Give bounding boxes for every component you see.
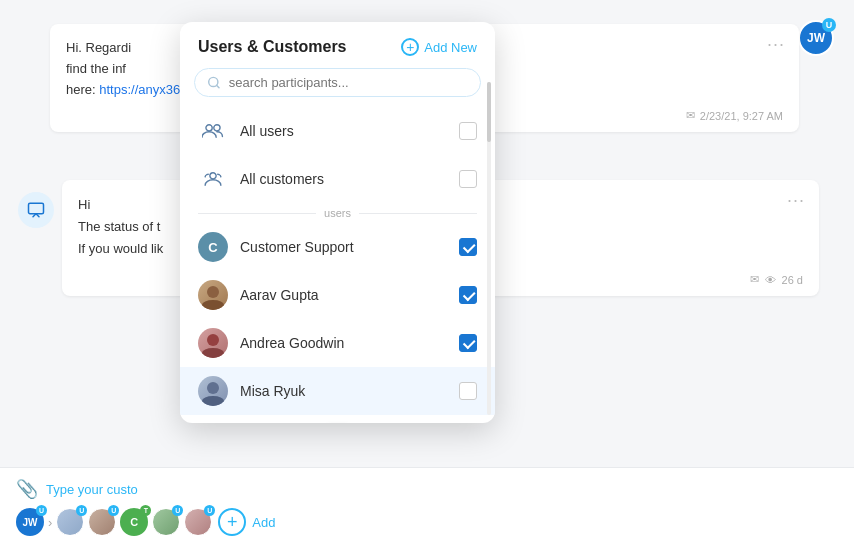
andrea-goodwin-checkbox[interactable] <box>459 334 477 352</box>
andrea-goodwin-label: Andrea Goodwin <box>240 335 447 351</box>
user-row-andrea-goodwin[interactable]: Andrea Goodwin <box>180 319 495 367</box>
more-options-btn-2[interactable]: ··· <box>787 190 805 211</box>
avatar-jw[interactable]: JW U <box>798 20 834 56</box>
all-customers-icon <box>198 164 228 194</box>
search-input[interactable] <box>229 75 468 90</box>
aarav-gupta-avatar <box>198 280 228 310</box>
misa-ryuk-checkbox[interactable] <box>459 382 477 400</box>
message-2-meta: ✉ 👁 26 d <box>750 273 803 286</box>
aarav-gupta-checkbox[interactable] <box>459 286 477 304</box>
all-customers-label: All customers <box>240 171 447 187</box>
all-users-checkbox[interactable] <box>459 122 477 140</box>
user-row-misa-ryuk[interactable]: Misa Ryuk <box>180 367 495 415</box>
misa-ryuk-label: Misa Ryuk <box>240 383 447 399</box>
search-box[interactable] <box>194 68 481 97</box>
all-users-icon <box>198 116 228 146</box>
users-customers-modal: Users & Customers + Add New All users <box>180 22 495 423</box>
badge-u-3: U <box>108 505 119 516</box>
timestamp-1: ✉ 2/23/21, 9:27 AM <box>686 109 783 122</box>
badge-u-1: U <box>36 505 47 516</box>
scroll-thumb[interactable] <box>487 82 491 142</box>
search-icon <box>207 75 221 90</box>
clip-icon: 📎 <box>16 478 38 500</box>
user-row-customer-support[interactable]: C Customer Support <box>180 223 495 271</box>
aarav-gupta-label: Aarav Gupta <box>240 287 447 303</box>
avatar-initials: JW <box>807 31 825 45</box>
participant-avatar-6[interactable]: U <box>184 508 212 536</box>
svg-rect-0 <box>29 203 44 214</box>
message-2-avatar <box>18 192 54 228</box>
participant-avatar-3[interactable]: U <box>88 508 116 536</box>
svg-point-5 <box>210 173 216 179</box>
add-new-icon: + <box>401 38 419 56</box>
input-placeholder[interactable]: Type your custo <box>46 482 138 497</box>
add-participant-btn[interactable]: + <box>218 508 246 536</box>
misa-ryuk-avatar <box>198 376 228 406</box>
scroll-track[interactable] <box>487 82 491 415</box>
all-users-row[interactable]: All users <box>180 107 495 155</box>
svg-point-3 <box>206 125 212 131</box>
badge-u-5: U <box>172 505 183 516</box>
chevron-right: › <box>48 515 52 530</box>
customer-support-avatar: C <box>198 232 228 262</box>
eye-icon: 👁 <box>765 274 776 286</box>
badge-u-6: U <box>204 505 215 516</box>
customer-support-label: Customer Support <box>240 239 447 255</box>
svg-point-4 <box>214 125 220 131</box>
all-customers-checkbox[interactable] <box>459 170 477 188</box>
participants-row: JW U › U U C T U U + Add <box>16 508 838 536</box>
input-area: 📎 Type your custo JW U › U U C T U <box>0 467 854 552</box>
add-new-label: Add New <box>424 40 477 55</box>
andrea-goodwin-avatar <box>198 328 228 358</box>
add-new-button[interactable]: + Add New <box>401 38 477 56</box>
participant-avatar-2[interactable]: U <box>56 508 84 536</box>
badge-t: T <box>140 505 151 516</box>
participant-avatar-jw[interactable]: JW U <box>16 508 44 536</box>
participant-avatar-c[interactable]: C T <box>120 508 148 536</box>
modal-header: Users & Customers + Add New <box>180 22 495 68</box>
all-users-label: All users <box>240 123 447 139</box>
modal-title: Users & Customers <box>198 38 347 56</box>
add-label[interactable]: Add <box>252 515 275 530</box>
customer-support-checkbox[interactable] <box>459 238 477 256</box>
input-row: 📎 Type your custo <box>16 478 838 500</box>
user-row-aarav-gupta[interactable]: Aarav Gupta <box>180 271 495 319</box>
avatar-badge: U <box>822 18 836 32</box>
section-divider: users <box>180 203 495 223</box>
email-icon: ✉ <box>686 109 695 122</box>
participant-avatar-5[interactable]: U <box>152 508 180 536</box>
all-customers-row[interactable]: All customers <box>180 155 495 203</box>
badge-u-2: U <box>76 505 87 516</box>
more-options-btn[interactable]: ··· <box>767 34 785 55</box>
email-icon-2: ✉ <box>750 273 759 286</box>
svg-line-2 <box>217 85 219 87</box>
